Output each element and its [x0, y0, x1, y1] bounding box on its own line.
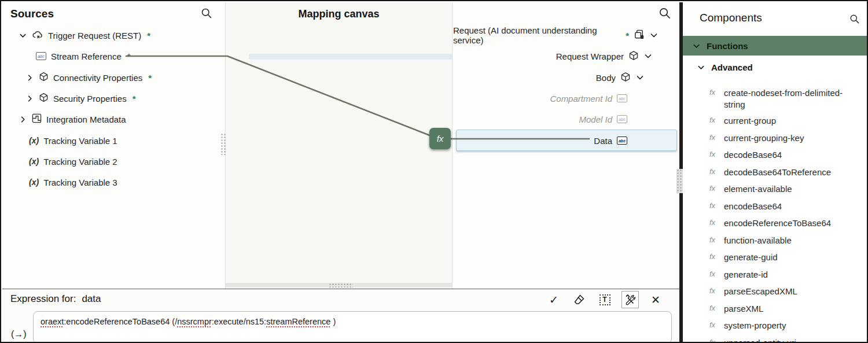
components-panel: Components Functions Advanced fx create-…	[683, 2, 868, 343]
required-marker: *	[147, 31, 150, 40]
variable-icon: (x)	[29, 178, 39, 187]
source-row-trace	[249, 54, 453, 60]
target-row-request-wrapper[interactable]: Request Wrapper	[453, 46, 679, 67]
cube-icon	[39, 72, 49, 83]
function-item[interactable]: fxgenerate-id	[683, 266, 868, 283]
mapping-canvas: Mapping canvas	[225, 2, 453, 289]
chevron-down-icon[interactable]	[635, 73, 645, 82]
function-item[interactable]: fxgenerate-guid	[683, 249, 868, 266]
fx-icon: fx	[709, 198, 720, 210]
validate-check-icon[interactable]: ✓	[545, 291, 562, 308]
advanced-subgroup-header[interactable]: Advanced	[683, 57, 868, 77]
erase-expression-icon[interactable]	[571, 291, 588, 308]
tree-item-integration-metadata[interactable]: Integration Metadata	[2, 109, 225, 130]
tree-item-security-properties[interactable]: Security Properties *	[2, 88, 225, 109]
function-name: element-available	[724, 180, 792, 195]
required-marker: *	[127, 51, 131, 61]
required-marker: *	[626, 31, 629, 40]
chevron-right-icon[interactable]	[25, 73, 34, 82]
expression-part: oraext	[41, 317, 64, 326]
chevron-down-icon[interactable]	[649, 31, 659, 40]
canvas-title: Mapping canvas	[226, 8, 452, 20]
functions-list: fx create-nodeset-from-delimited-string …	[683, 84, 868, 343]
function-item[interactable]: fxdecodeBase64	[683, 146, 868, 164]
tree-item-label: Connectivity Properties	[53, 73, 142, 83]
tree-item-stream-reference[interactable]: abc Stream Reference *	[2, 46, 225, 67]
fx-icon: fx	[709, 317, 720, 329]
developer-tools-icon[interactable]	[621, 291, 639, 308]
fx-function-node[interactable]: fx	[429, 128, 451, 149]
target-row-label: Compartment Id	[550, 94, 612, 104]
close-icon[interactable]: ✕	[647, 291, 664, 308]
target-search-icon[interactable]	[658, 6, 671, 22]
fx-icon: fx	[709, 164, 720, 176]
advanced-subgroup-label: Advanced	[711, 62, 753, 72]
function-item[interactable]: fxcurrent-group	[683, 112, 868, 130]
chevron-down-icon	[697, 63, 705, 72]
function-item[interactable]: fxcurrent-grouping-key	[683, 130, 868, 147]
target-row-label: Request Wrapper	[556, 51, 624, 61]
developer-view-toggle-icon[interactable]: (→)	[11, 329, 27, 340]
function-item[interactable]: fxfunction-available	[683, 232, 868, 249]
target-row-label: Model Id	[579, 115, 612, 124]
chevron-down-icon[interactable]	[19, 31, 27, 40]
tree-item-tracking-variable-1[interactable]: (x) Tracking Variable 1	[2, 130, 225, 151]
function-item[interactable]: fxelement-available	[683, 180, 868, 198]
tree-item-trigger-request[interactable]: Trigger Request (REST) *	[2, 25, 225, 46]
sources-tree: Trigger Request (REST) * abc Stream Refe…	[2, 2, 225, 289]
function-name: parseXML	[724, 300, 763, 315]
function-item[interactable]: fxencodeBase64	[683, 198, 868, 215]
function-name: parseEscapedXML	[724, 283, 797, 297]
function-item[interactable]: fx create-nodeset-from-delimited-string	[683, 84, 868, 112]
function-item[interactable]: fxencodeReferenceToBase64	[683, 215, 868, 232]
tree-item-label: Stream Reference	[51, 51, 122, 61]
chevron-down-icon	[692, 42, 701, 50]
expression-part: :encodeReferenceToBase64 (/	[64, 317, 177, 326]
tree-item-label: Tracking Variable 2	[43, 157, 117, 167]
target-row-compartment-id[interactable]: Compartment Id abc	[453, 88, 679, 109]
target-row-request[interactable]: Request (AI document understanding servi…	[453, 25, 679, 46]
functions-group-header[interactable]: Functions	[683, 36, 868, 56]
tree-item-connectivity-properties[interactable]: Connectivity Properties *	[2, 67, 225, 88]
function-name: encodeBase64	[724, 198, 782, 212]
string-abc-icon: abc	[36, 52, 46, 60]
target-row-data[interactable]: Data abc	[453, 130, 679, 151]
fx-icon: fx	[709, 249, 720, 261]
literal-toggle-icon[interactable]: T	[596, 291, 613, 308]
components-search-icon[interactable]	[849, 13, 860, 27]
chevron-down-icon[interactable]	[643, 51, 653, 61]
function-item[interactable]: fxsystem-property	[683, 317, 868, 334]
expression-for-label: Expression for:	[10, 293, 76, 305]
copy-pages-icon	[634, 29, 645, 42]
function-name: function-available	[724, 232, 792, 246]
target-row-label: Request (AI document understanding servi…	[453, 25, 620, 45]
function-name: decodeBase64	[724, 146, 782, 161]
fx-icon: fx	[709, 283, 720, 295]
cube-icon	[628, 50, 639, 62]
function-item[interactable]: fxunparsed-entity-uri	[683, 334, 868, 343]
tree-item-label: Security Properties	[53, 94, 127, 104]
function-name: unparsed-entity-uri	[724, 334, 796, 343]
panel-resize-handle[interactable]	[220, 133, 227, 155]
chevron-right-icon[interactable]	[19, 115, 27, 124]
function-name: system-property	[724, 317, 786, 331]
cloud-trigger-icon	[32, 30, 43, 41]
target-row-body[interactable]: Body	[453, 67, 679, 88]
function-item[interactable]: fxdecodeBase64ToReference	[683, 164, 868, 181]
expression-input[interactable]: oraext:encodeReferenceToBase64 (/nssrcmp…	[33, 311, 672, 343]
function-item[interactable]: fxparseXML	[683, 300, 868, 318]
function-name: generate-guid	[724, 249, 778, 263]
target-row-model-id[interactable]: Model Id abc	[453, 109, 679, 130]
chevron-right-icon[interactable]	[25, 94, 34, 103]
fx-icon: fx	[709, 84, 720, 97]
variable-icon: (x)	[29, 157, 39, 166]
tree-item-tracking-variable-3[interactable]: (x) Tracking Variable 3	[2, 172, 225, 193]
fx-icon: fx	[709, 266, 720, 278]
mapper-window: Sources Trigger Request (REST) * abc Str…	[0, 0, 868, 343]
metadata-icon	[32, 113, 42, 125]
tree-item-tracking-variable-2[interactable]: (x) Tracking Variable 2	[2, 151, 225, 172]
drag-handle[interactable]	[329, 283, 353, 287]
functions-group-label: Functions	[707, 41, 748, 51]
panel-resize-handle[interactable]	[676, 169, 683, 193]
function-item[interactable]: fxparseEscapedXML	[683, 283, 868, 300]
